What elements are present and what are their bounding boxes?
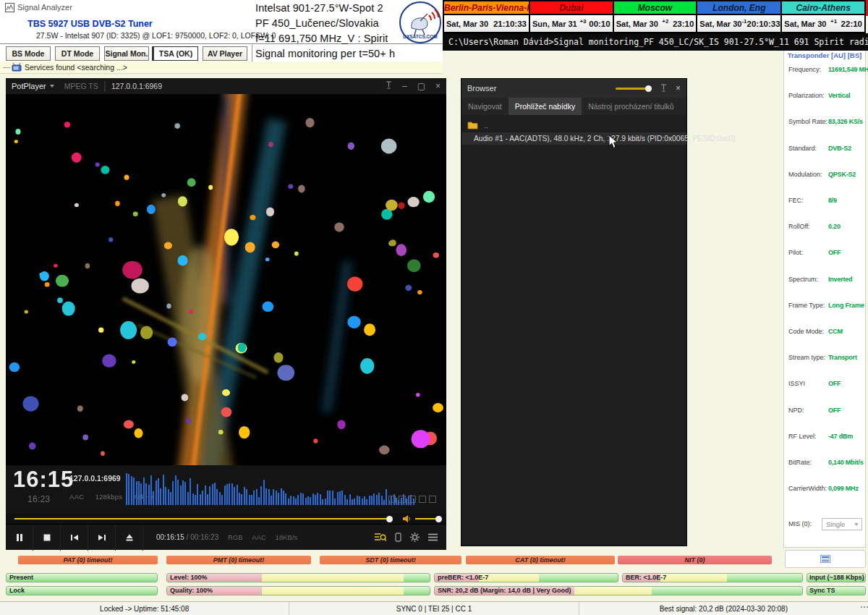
spectrum-bar bbox=[187, 492, 189, 505]
spectrum-bar bbox=[300, 493, 302, 505]
confetti-dot bbox=[140, 326, 153, 339]
spectrum-bar bbox=[231, 483, 233, 505]
tp-row-issyi: ISSYIOFF bbox=[788, 380, 864, 389]
eject-button[interactable] bbox=[116, 525, 143, 551]
spectrum-bar bbox=[268, 489, 270, 505]
playlist-search-icon[interactable] bbox=[375, 533, 386, 542]
bs-mode-button[interactable]: BS Mode bbox=[6, 46, 51, 61]
nit-timeout-bar: NIT (0) bbox=[618, 556, 772, 564]
tab-subtitle-browser[interactable]: Nástroj procházení titulků bbox=[582, 98, 680, 115]
confetti-dot bbox=[347, 276, 362, 292]
confetti-dot bbox=[265, 258, 270, 261]
spectrum-bar bbox=[334, 499, 336, 505]
next-button[interactable] bbox=[88, 525, 116, 551]
resize-grip[interactable] bbox=[861, 606, 868, 608]
transponder-list-button[interactable] bbox=[785, 550, 866, 568]
confetti-dot bbox=[417, 290, 422, 294]
quality-meter: Quality: 100% bbox=[166, 586, 430, 595]
viz-option-icon[interactable] bbox=[399, 496, 406, 503]
spectrum-bar bbox=[339, 491, 341, 505]
player-controls: 00:16:15 / 00:16:23 RGB AAC 18KB/s bbox=[6, 524, 446, 550]
tsa-mode-button[interactable]: TSA (OK) bbox=[153, 46, 198, 61]
confetti-dot bbox=[182, 394, 189, 401]
stop-button[interactable] bbox=[33, 525, 61, 551]
seek-handle[interactable] bbox=[386, 516, 393, 522]
services-status-row: Services found <searching ...> bbox=[0, 62, 443, 73]
spectrum-bar bbox=[322, 499, 323, 505]
spectrum-bar bbox=[271, 496, 272, 505]
confetti-dot bbox=[337, 420, 345, 429]
confetti-dot bbox=[408, 197, 420, 207]
tp-row-npd: NPD:OFF bbox=[788, 407, 864, 415]
sync-indicator: Sync TS bbox=[807, 586, 866, 595]
confetti-dot bbox=[389, 239, 396, 246]
world-clocks: Berlin-Paris-Vienna-Roma Sat, Mar 30 21:… bbox=[443, 0, 866, 33]
previous-button[interactable] bbox=[61, 525, 88, 551]
volume-handle[interactable] bbox=[435, 516, 442, 522]
video-frame[interactable] bbox=[6, 94, 446, 465]
spectrum-bar bbox=[221, 495, 223, 505]
seek-bar[interactable] bbox=[14, 518, 389, 519]
spectrum-bar bbox=[239, 493, 240, 505]
signal-mon-button[interactable]: Signal Mon. bbox=[104, 46, 149, 61]
clock-city-label: London, Eng bbox=[697, 1, 780, 15]
pin-icon[interactable] bbox=[386, 78, 392, 94]
potplayer-titlebar[interactable]: PotPlayer MPEG TS | 127.0.0.1:6969 – ▢ × bbox=[6, 78, 446, 94]
tab-online-subs[interactable]: Online Subs Datab bbox=[681, 98, 686, 115]
pin-icon[interactable] bbox=[660, 82, 667, 95]
spectrum-bar bbox=[295, 499, 297, 505]
opacity-slider[interactable] bbox=[616, 88, 652, 90]
volume-icon[interactable] bbox=[403, 515, 411, 522]
spectrum-bar bbox=[148, 485, 150, 505]
viz-option-icon[interactable] bbox=[429, 496, 436, 503]
visualization-option-icons[interactable] bbox=[388, 496, 436, 503]
device-icon[interactable] bbox=[395, 533, 401, 542]
dxsatcs-logo: DXSATCS.COM bbox=[399, 1, 442, 44]
audio-track-row[interactable]: Audio #1 - AAC(ADTS), 48.0 kHz, 2 Ch, 12… bbox=[461, 132, 686, 145]
spectrum-bar bbox=[357, 496, 358, 505]
viz-option-icon[interactable] bbox=[388, 496, 396, 503]
confetti-dot bbox=[25, 310, 28, 314]
spectrum-bar bbox=[364, 496, 365, 505]
clock-city-label: Dubai bbox=[530, 1, 613, 15]
spectrum-bar bbox=[297, 495, 299, 505]
opacity-slider-handle[interactable] bbox=[645, 85, 652, 92]
parent-folder-row[interactable]: .. bbox=[461, 119, 686, 131]
minimize-button[interactable]: – bbox=[402, 78, 407, 94]
viz-option-icon[interactable] bbox=[409, 496, 416, 503]
close-button[interactable]: × bbox=[676, 83, 681, 93]
browser-titlebar[interactable]: Browser × bbox=[461, 79, 686, 98]
confetti-dot bbox=[396, 244, 407, 256]
tv-icon bbox=[12, 63, 22, 72]
transponder-panel-title: Transponder [AU] [BS] bbox=[784, 51, 865, 59]
tp-row-frametype: Frame Type:Long Frame bbox=[788, 302, 864, 310]
mis-selected-value: Single bbox=[826, 520, 845, 528]
dt-mode-button[interactable]: DT Mode bbox=[55, 46, 100, 61]
confetti-dot bbox=[433, 403, 443, 412]
tuner-name[interactable]: TBS 5927 USB DVB-S2 Tuner bbox=[27, 19, 153, 29]
tp-row-rolloff: RollOff:0.20 bbox=[788, 223, 864, 232]
clock-date: Sat, Mar 30 bbox=[699, 20, 741, 28]
menu-hamburger-icon[interactable] bbox=[428, 533, 438, 541]
folder-icon bbox=[467, 121, 478, 130]
spectrum-bar bbox=[256, 489, 258, 505]
pause-button[interactable] bbox=[6, 525, 33, 551]
av-player-button[interactable]: AV Player bbox=[203, 46, 247, 61]
tab-navigate[interactable]: Navigovat bbox=[461, 98, 509, 115]
present-indicator: Present bbox=[6, 573, 158, 582]
spectrum-bar bbox=[202, 491, 203, 505]
close-button[interactable]: × bbox=[435, 78, 441, 94]
potplayer-menu[interactable]: PotPlayer bbox=[12, 82, 46, 90]
viz-option-icon[interactable] bbox=[419, 496, 426, 503]
clock-time: 22:10 bbox=[841, 20, 862, 28]
tab-menu-browser[interactable]: Prohlížeč nabídky bbox=[509, 98, 582, 115]
parent-folder-label: .. bbox=[484, 121, 488, 130]
spectrum-bar bbox=[160, 488, 161, 505]
settings-gear-icon[interactable] bbox=[410, 533, 420, 542]
maximize-button[interactable]: ▢ bbox=[417, 78, 425, 94]
audio-track-label: Audio #1 - AAC(ADTS), 48.0 kHz, 2 Ch, 12… bbox=[474, 135, 736, 143]
command-prompt[interactable]: C:\Users\Roman Dávid>Signal monitoring_P… bbox=[443, 33, 868, 51]
sdt-timeout-bar: SDT (0) timeout! bbox=[320, 556, 461, 564]
confetti-dot bbox=[298, 184, 305, 192]
mis-select[interactable]: Single bbox=[822, 518, 862, 530]
